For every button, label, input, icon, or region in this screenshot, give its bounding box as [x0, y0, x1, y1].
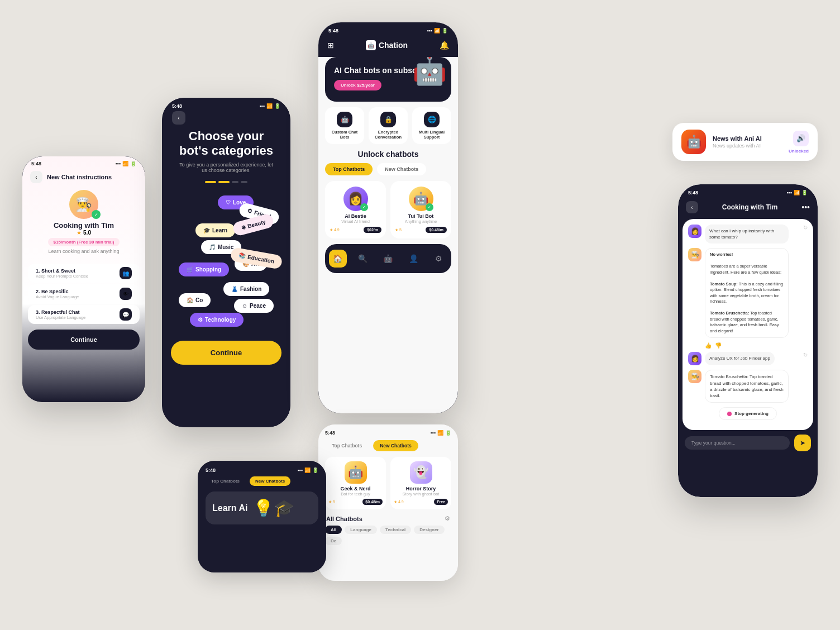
chatbot-price-bestie: $02/m: [364, 227, 381, 233]
chat-message-4: 👨‍🍳 Tomato Bruschetta: Top toasted bread…: [688, 370, 808, 403]
time-3: 5:48: [328, 28, 338, 34]
continue-button-1[interactable]: Continue: [28, 330, 140, 350]
phone4-tab-top[interactable]: Top Chatbots: [325, 440, 369, 451]
instruction-title-3: 3. Respectful Chat: [36, 309, 85, 315]
sound-icon[interactable]: 🔊: [793, 131, 809, 146]
status-bar-5: 5:48 ▪▪▪ 📶 🔋: [206, 467, 318, 473]
status-bar-1: 5:48 ▪▪▪ 📶 🔋: [22, 156, 145, 169]
category-technology[interactable]: ⚙ Technology: [190, 313, 244, 327]
phone-new-chatbots: 5:48 ▪▪▪ 📶 🔋 Top Chatbots New Chatbots 🤖…: [318, 424, 458, 581]
phone4-name-geek: Geek & Nerd: [328, 486, 383, 491]
phone5-tab-top[interactable]: Top Chatbots: [206, 476, 245, 486]
back-button-1[interactable]: ‹: [30, 171, 42, 183]
hero-robot-icon: 🤖: [412, 57, 447, 87]
filter-icon[interactable]: ⚙: [445, 515, 450, 522]
continue-button-2[interactable]: Continue: [171, 341, 281, 365]
phone5-tab-new[interactable]: New Chatbots: [250, 476, 290, 486]
chat-title: Cooking with Tim: [701, 203, 798, 211]
thumbs-up-icon[interactable]: 👍: [705, 342, 712, 349]
phone4-tabs: Top Chatbots New Chatbots: [325, 440, 451, 451]
nav-settings[interactable]: ⚙: [429, 250, 447, 268]
category-co[interactable]: 🏠 Co: [179, 293, 211, 307]
refresh-icon-1[interactable]: ↻: [803, 225, 808, 231]
learn-ai-banner[interactable]: Learn Ai 💡🎓: [206, 491, 318, 524]
chat-back-button[interactable]: ‹: [686, 201, 698, 213]
instruction-title-1: 1. Short & Sweet: [36, 268, 88, 274]
chatbot-name-bestie: AI Bestie: [330, 213, 381, 219]
phone4-sub-horror: Story with ghost bot: [394, 491, 448, 497]
app-header: ⊞ 🤖 Chation 🔔: [318, 37, 458, 57]
refresh-icon-2[interactable]: ↻: [803, 352, 808, 358]
category-learn[interactable]: 🎓 Learn: [195, 223, 235, 237]
send-button[interactable]: ➤: [794, 435, 811, 451]
phone4-card-geek[interactable]: 🤖 Geek & Nerd Bot for tech guy ★ 5 $0.48…: [325, 457, 386, 509]
nav-search[interactable]: 🔍: [354, 250, 372, 268]
filter-more[interactable]: De: [325, 537, 342, 545]
filter-language[interactable]: Language: [345, 526, 377, 534]
app-logo: 🤖: [366, 40, 376, 50]
category-peace[interactable]: ☺ Peace: [234, 299, 274, 313]
verified-badge-1: ✓: [92, 210, 101, 219]
bell-icon[interactable]: 🔔: [440, 41, 449, 50]
chatbot-name-tuitui: Tui Tui Bot: [395, 213, 447, 219]
phone4-rating-horror: ★ 4.9: [394, 500, 404, 504]
instruction-title-2: 2. Be Specific: [36, 289, 79, 294]
filter-designer[interactable]: Designer: [414, 526, 444, 534]
chat-messages-area: 👩 What can I whip up instantly with some…: [682, 219, 813, 430]
wifi-icon-2: 📶: [266, 103, 273, 109]
chef-avatar: 👨‍🍳 ✓: [69, 190, 98, 219]
description-1: Learn cooking and ask anything: [22, 249, 145, 254]
nav-home[interactable]: 🏠: [329, 250, 347, 268]
stop-generating-button[interactable]: Stop generating: [719, 407, 777, 420]
filter-all[interactable]: All: [325, 526, 342, 534]
bottom-nav: 🏠 🔍 🤖 👤 ⚙: [325, 244, 451, 273]
wifi-icon-6: 📶: [794, 190, 800, 195]
multilingual-icon: 🌐: [424, 112, 440, 127]
phone-chat: 5:48 ▪▪▪ 📶 🔋 ‹ Cooking with Tim ••• 👩 Wh…: [678, 184, 818, 497]
nav-profile[interactable]: 👤: [404, 250, 422, 268]
chat-header: ‹ Cooking with Tim •••: [678, 198, 818, 219]
battery-icon-5: 🔋: [312, 467, 318, 473]
phone4-card-horror[interactable]: 👻 Horror Story Story with ghost bot ★ 4.…: [390, 457, 451, 509]
signal-icon-4: ▪▪▪: [430, 430, 436, 436]
battery-icon-4: 🔋: [445, 430, 451, 436]
filter-technical[interactable]: Technical: [380, 526, 411, 534]
tab-new-chatbots[interactable]: New Chatbots: [377, 163, 426, 175]
category-shopping[interactable]: 🛒 Shopping: [179, 262, 229, 276]
signal-icon-1: ▪▪▪: [115, 161, 121, 166]
chatbot-card-bestie[interactable]: 👩 ✓ AI Bestie Virtual AI friend ★ 4.9 $0…: [325, 181, 386, 238]
chatbot-price-tuitui: $0.48/m: [426, 227, 447, 233]
unlock-button[interactable]: Unlock $25/year: [334, 80, 381, 90]
verified-badge-tuitui: ✓: [426, 203, 433, 211]
more-options-icon[interactable]: •••: [801, 203, 810, 212]
thumbs-down-icon[interactable]: 👎: [715, 342, 722, 349]
phone-cooking-with-tim: 5:48 ▪▪▪ 📶 🔋 ‹ New Chat instructions 👨‍🍳…: [22, 156, 145, 402]
time-4: 5:48: [325, 430, 335, 436]
chatbot-grid: 👩 ✓ AI Bestie Virtual AI friend ★ 4.9 $0…: [318, 181, 458, 238]
phone4-name-horror: Horror Story: [394, 486, 448, 491]
time-2: 5:48: [172, 103, 182, 109]
instruction-item-1: 1. Short & Sweet Keep Your Prompts Conci…: [28, 264, 140, 283]
chatbot-card-tuitui[interactable]: 🤖 ✓ Tui Tui Bot Anything anytime ★ 5 $0.…: [390, 181, 451, 238]
tab-top-chatbots[interactable]: Top Chatbots: [325, 163, 373, 175]
encrypted-icon: 🔒: [380, 112, 396, 127]
news-card[interactable]: 🤖 News with Ani AI News updates with AI …: [672, 123, 818, 161]
grid-icon[interactable]: ⊞: [327, 41, 334, 50]
back-button-2[interactable]: ‹: [172, 111, 185, 125]
chat-input[interactable]: Type your question...: [685, 436, 790, 450]
instruction-item-3: 3. Respectful Chat Use Appropriate Langu…: [28, 305, 140, 324]
all-chatbots-title: All Chatbots: [326, 516, 362, 522]
verified-badge-bestie: ✓: [360, 203, 368, 211]
status-bar-3: 5:48 ▪▪▪ 📶 🔋: [318, 22, 458, 37]
battery-icon-3: 🔋: [442, 28, 448, 34]
nav-bots[interactable]: 🤖: [379, 250, 397, 268]
category-fashion[interactable]: 👗 Fashion: [223, 282, 269, 296]
chat-input-area: Type your question... ➤: [678, 430, 818, 456]
status-bar-2: 5:48 ▪▪▪ 📶 🔋: [162, 98, 290, 111]
bot-avatar-2: 👨‍🍳: [688, 370, 701, 383]
phone4-tab-new[interactable]: New Chatbots: [373, 440, 418, 451]
phone-categories: 5:48 ▪▪▪ 📶 🔋 ‹ Choose your bot's categor…: [162, 98, 290, 427]
stop-dot-icon: [727, 412, 732, 416]
learn-ai-icon: 💡🎓: [253, 498, 294, 518]
categories-subtitle: To give you a personalized experience, l…: [162, 159, 290, 176]
